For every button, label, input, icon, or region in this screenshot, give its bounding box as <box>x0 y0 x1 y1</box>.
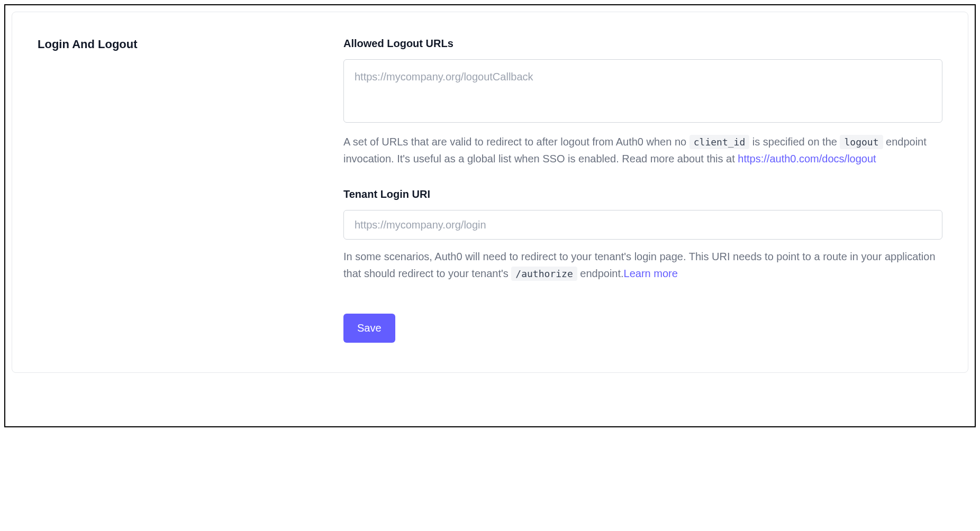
help-text-segment: A set of URLs that are valid to redirect… <box>343 136 689 148</box>
help-text-segment: is specified on the <box>749 136 840 148</box>
help-text-segment: endpoint. <box>577 268 624 279</box>
tenant-login-uri-group: Tenant Login URI In some scenarios, Auth… <box>343 188 942 282</box>
tenant-login-uri-help: In some scenarios, Auth0 will need to re… <box>343 248 942 282</box>
section-title: Login And Logout <box>38 38 318 51</box>
allowed-logout-urls-input[interactable] <box>343 59 942 123</box>
content-row: Login And Logout Allowed Logout URLs A s… <box>38 38 942 343</box>
code-authorize: /authorize <box>511 267 577 281</box>
save-button[interactable]: Save <box>343 314 395 343</box>
allowed-logout-urls-group: Allowed Logout URLs A set of URLs that a… <box>343 38 942 167</box>
learn-more-link[interactable]: Learn more <box>624 268 678 279</box>
settings-panel: Login And Logout Allowed Logout URLs A s… <box>12 12 968 373</box>
allowed-logout-urls-help: A set of URLs that are valid to redirect… <box>343 133 942 167</box>
tenant-login-uri-input[interactable] <box>343 210 942 240</box>
logout-docs-link[interactable]: https://auth0.com/docs/logout <box>738 153 876 164</box>
code-logout: logout <box>840 135 883 149</box>
code-client-id: client_id <box>689 135 750 149</box>
right-column: Allowed Logout URLs A set of URLs that a… <box>343 38 942 343</box>
tenant-login-uri-label: Tenant Login URI <box>343 188 942 200</box>
outer-frame: Login And Logout Allowed Logout URLs A s… <box>4 4 976 427</box>
left-column: Login And Logout <box>38 38 318 343</box>
allowed-logout-urls-label: Allowed Logout URLs <box>343 38 942 50</box>
